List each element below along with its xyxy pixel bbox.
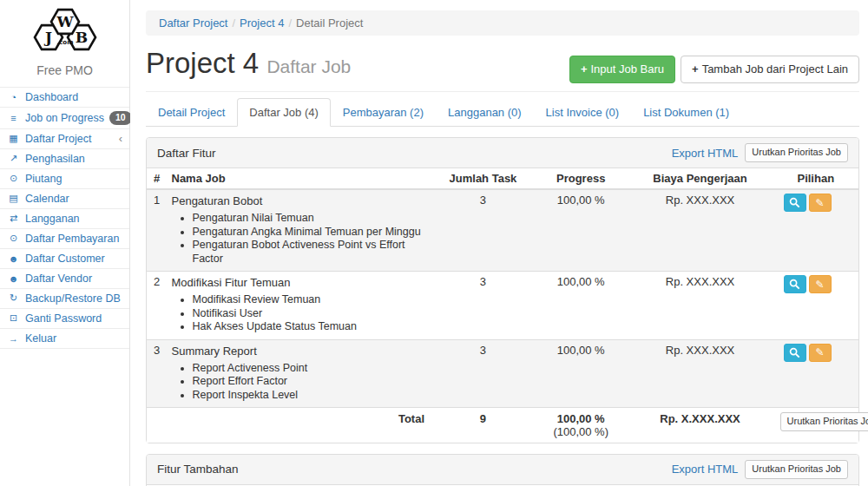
- total-progress: 100,00 % (100,00 %): [535, 408, 628, 443]
- tab-list-invoice-0: List Invoice (0): [534, 98, 632, 127]
- sidebar-item-label: Daftar Customer: [25, 253, 105, 265]
- edit-job-button[interactable]: ✎: [809, 194, 832, 212]
- job-cell: Pengaturan BobotPengaturan Nilai TemuanP…: [165, 189, 432, 272]
- svg-text:B: B: [75, 29, 87, 46]
- brand[interactable]: JBW.com Free PMO: [0, 0, 129, 77]
- tab-link-daftar-job-4[interactable]: Daftar Job (4): [237, 98, 330, 127]
- panel-heading-actions: Export HTMLUrutkan Prioritas Job: [672, 143, 848, 162]
- tab-pembayaran-2: Pembayaran (2): [331, 98, 436, 127]
- table-row: 3Summary ReportReport Activeness PointRe…: [147, 339, 858, 408]
- sidebar-item-calendar[interactable]: ▤Calendar: [0, 189, 129, 209]
- tab-link-detail-project[interactable]: Detail Project: [146, 98, 237, 127]
- sort-priority-button[interactable]: Urutkan Prioritas Job: [780, 412, 868, 431]
- plus-icon: +: [581, 62, 588, 76]
- panel-title: Fitur Tambahan: [157, 463, 239, 476]
- panel-fitur-tambahan: Fitur TambahanExport HTMLUrutkan Priorit…: [146, 454, 859, 486]
- progress-value: 100,00 %: [535, 272, 628, 340]
- export-html-link[interactable]: Export HTML: [672, 147, 739, 160]
- tab-link-langganan-0[interactable]: Langganan (0): [436, 98, 534, 127]
- breadcrumb-daftar-project[interactable]: Daftar Project: [159, 16, 227, 30]
- sidebar-item-daftar-pembayaran[interactable]: ⊙Daftar Pembayaran: [0, 229, 129, 249]
- sidebar-item-label: Dashboard: [25, 91, 78, 103]
- sidebar-item-langganan[interactable]: ⇄Langganan: [0, 209, 129, 229]
- search-icon: [789, 279, 800, 290]
- total-progress-value: 100,00 %: [557, 412, 605, 425]
- subtask-item: Pengaturan Bobot Activeness Point vs Eff…: [193, 239, 425, 266]
- sidebar-item-label: Langganan: [25, 213, 80, 225]
- tab-link-pembayaran-2[interactable]: Pembayaran (2): [331, 98, 436, 127]
- job-table: #Nama JobJumlah TaskProgressBiaya Penger…: [147, 168, 858, 443]
- total-cost: Rp. X.XXX.XXX: [627, 408, 773, 443]
- panel-heading-actions: Export HTMLUrutkan Prioritas Job: [672, 460, 848, 479]
- sidebar-item-daftar-project[interactable]: ▦Daftar Project‹: [0, 129, 129, 149]
- sidebar-item-piutang[interactable]: ⊙Piutang: [0, 169, 129, 189]
- sidebar-item-label: Keluar: [25, 332, 56, 345]
- sidebar-item-label: Job on Progress: [25, 112, 104, 124]
- sort-priority-button[interactable]: Urutkan Prioritas Job: [745, 143, 848, 162]
- task-count: 3: [431, 189, 535, 272]
- view-job-button[interactable]: [784, 194, 806, 212]
- tab-link-list-invoice-0[interactable]: List Invoice (0): [534, 98, 632, 127]
- cost-value: Rp. XXX.XXX: [627, 189, 773, 272]
- sidebar-item-backup-restore-db[interactable]: ↻Backup/Restore DB: [0, 289, 129, 309]
- line-chart-icon: ↗: [7, 153, 20, 164]
- view-job-button[interactable]: [784, 344, 806, 362]
- input-job-baru-button[interactable]: +Input Job Baru: [569, 56, 675, 83]
- lock-icon: ⊡: [7, 312, 20, 324]
- total-actions-cell: Urutkan Prioritas Job: [773, 408, 858, 443]
- money-icon: ⊙: [7, 233, 20, 244]
- exchange-icon: ⇄: [7, 213, 20, 224]
- total-task-count: 9: [431, 408, 535, 443]
- tab-list-dokumen-1: List Dokumen (1): [631, 98, 741, 127]
- sidebar-item-label: Piutang: [25, 173, 62, 185]
- sidebar-item-keluar[interactable]: →Keluar: [0, 329, 129, 349]
- row-number: 3: [147, 339, 165, 408]
- chevron-left-icon: ‹: [119, 133, 122, 144]
- sidebar-item-daftar-vendor[interactable]: ☻Daftar Vendor: [0, 269, 129, 289]
- sidebar-item-label: Backup/Restore DB: [25, 292, 121, 305]
- table-head: #Nama JobJumlah TaskProgressBiaya Penger…: [147, 168, 858, 189]
- column-header-nama-job: Nama Job: [165, 168, 432, 189]
- sidebar-item-label: Daftar Pembayaran: [25, 233, 119, 245]
- table-row: 2Modifikasi Fitur TemuanModifikasi Revie…: [147, 272, 858, 340]
- total-label: Total: [165, 408, 432, 443]
- sidebar-item-job-on-progress[interactable]: ≡Job on Progress10: [0, 108, 129, 129]
- column-header-progress: Progress: [535, 168, 628, 189]
- sidebar-item-ganti-password[interactable]: ⊡Ganti Password: [0, 309, 129, 329]
- edit-job-button[interactable]: ✎: [809, 275, 832, 293]
- tambah-job-dari-project-lain-button[interactable]: +Tambah Job dari Project Lain: [681, 56, 859, 83]
- job-name: Modifikasi Fitur Temuan: [172, 275, 425, 291]
- subtask-item: Modifikasi Review Temuan: [193, 293, 425, 307]
- column-header-: #: [147, 168, 165, 189]
- table-row: 1Pengaturan BobotPengaturan Nilai Temuan…: [147, 189, 858, 272]
- sidebar-item-label: Calendar: [25, 193, 69, 205]
- edit-job-button[interactable]: ✎: [809, 344, 832, 362]
- sort-priority-button[interactable]: Urutkan Prioritas Job: [745, 460, 848, 479]
- row-number: 1: [147, 189, 165, 272]
- button-label: Tambah Job dari Project Lain: [702, 62, 848, 76]
- subtask-item: Notifikasi User: [193, 307, 425, 321]
- tab-link-list-dokumen-1[interactable]: List Dokumen (1): [631, 98, 741, 127]
- app-root: JBW.com Free PMO ◔Dashboard≡Job on Progr…: [0, 0, 868, 486]
- job-cell: Modifikasi Fitur TemuanModifikasi Review…: [165, 272, 432, 340]
- edit-icon: ✎: [816, 198, 825, 208]
- tab-bar: Detail ProjectDaftar Job (4)Pembayaran (…: [146, 98, 859, 127]
- panels-container: Daftar FiturExport HTMLUrutkan Prioritas…: [146, 137, 859, 486]
- export-html-link[interactable]: Export HTML: [672, 463, 739, 476]
- svg-text:J: J: [43, 29, 51, 46]
- sidebar-nav: ◔Dashboard≡Job on Progress10▦Daftar Proj…: [0, 87, 129, 349]
- total-spacer: [147, 408, 165, 443]
- sidebar-item-dashboard[interactable]: ◔Dashboard: [0, 88, 129, 108]
- count-badge: 10: [109, 111, 132, 125]
- subtask-item: Report Activeness Point: [193, 362, 425, 376]
- page-title: Project 4: [146, 47, 259, 79]
- breadcrumb-project-4[interactable]: Project 4: [240, 16, 284, 30]
- column-header-biaya-pengerjaan: Biaya Pengerjaan: [627, 168, 773, 189]
- subtask-item: Pengaturan Angka Minimal Temuan per Ming…: [193, 226, 425, 240]
- sidebar-item-penghasilan[interactable]: ↗Penghasilan: [0, 149, 129, 169]
- view-job-button[interactable]: [784, 275, 806, 293]
- total-progress-overall: (100,00 %): [553, 425, 608, 438]
- page-subtitle: Daftar Job: [266, 56, 351, 76]
- sidebar-item-daftar-customer[interactable]: ☻Daftar Customer: [0, 249, 129, 269]
- edit-icon: ✎: [816, 347, 825, 358]
